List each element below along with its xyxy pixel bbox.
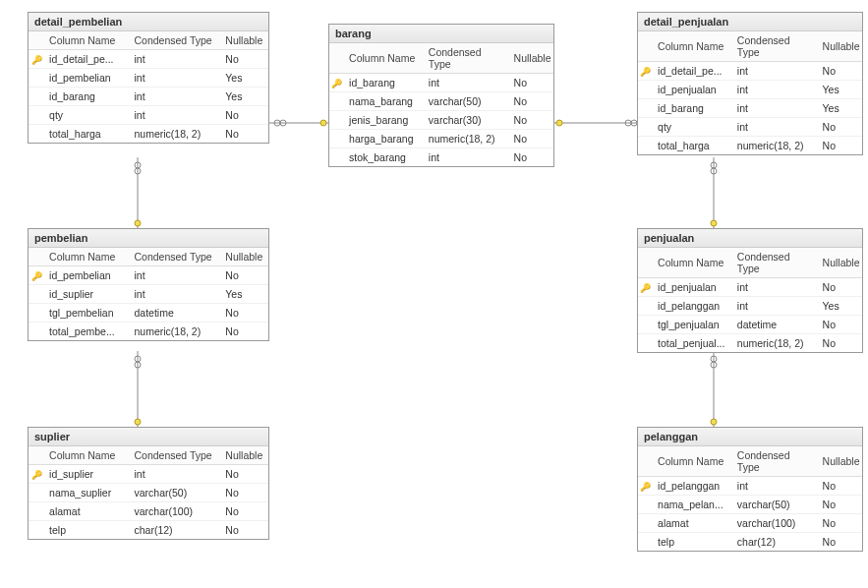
table-row[interactable]: total_harganumeric(18, 2)No	[638, 137, 862, 155]
table-row[interactable]: 🔑id_suplierintNo	[29, 465, 268, 484]
table-row[interactable]: qtyintNo	[638, 118, 862, 137]
pk-cell: 🔑	[638, 477, 652, 496]
table-row[interactable]: nama_barangvarchar(50)No	[329, 92, 553, 111]
table-row[interactable]: 🔑id_detail_pe...intNo	[638, 62, 862, 81]
column-type: int	[423, 74, 508, 92]
column-header[interactable]: Condensed Type	[128, 248, 219, 266]
column-name: stok_barang	[343, 148, 423, 167]
table-row[interactable]: id_suplierintYes	[29, 285, 268, 304]
column-header[interactable]: Nullable	[817, 248, 862, 278]
table-row[interactable]: total_pembe...numeric(18, 2)No	[29, 323, 268, 341]
column-header[interactable]: Condensed Type	[731, 446, 817, 477]
column-nullable: No	[219, 125, 268, 144]
table-row[interactable]: id_pelangganintYes	[638, 297, 862, 316]
column-name: tgl_pembelian	[43, 304, 128, 323]
column-header[interactable]: Column Name	[43, 248, 128, 266]
column-type: varchar(30)	[423, 111, 508, 130]
column-nullable: Yes	[219, 69, 268, 88]
column-name: id_detail_pe...	[652, 62, 731, 81]
table-row[interactable]: id_pembelianintYes	[29, 69, 268, 88]
table-row[interactable]: 🔑id_detail_pe...intNo	[29, 50, 268, 69]
column-name: alamat	[652, 514, 731, 533]
column-header[interactable]: Condensed Type	[423, 43, 508, 74]
column-type: int	[128, 69, 219, 88]
entity-pelanggan[interactable]: pelangganColumn NameCondensed TypeNullab…	[637, 427, 863, 552]
entity-title[interactable]: detail_pembelian	[29, 13, 268, 31]
column-header[interactable]: Column Name	[652, 31, 731, 62]
table-row[interactable]: 🔑id_barangintNo	[329, 74, 553, 92]
column-header[interactable]: Nullable	[219, 446, 268, 465]
svg-point-3	[556, 120, 562, 126]
table-row[interactable]: qtyintNo	[29, 106, 268, 125]
pk-cell	[638, 137, 652, 155]
column-header[interactable]: Condensed Type	[128, 446, 219, 465]
table-row[interactable]: id_penjualanintYes	[638, 81, 862, 99]
pk-cell	[638, 316, 652, 334]
table-row[interactable]: stok_barangintNo	[329, 148, 553, 167]
column-header[interactable]: Condensed Type	[128, 31, 219, 50]
column-type: numeric(18, 2)	[731, 137, 817, 155]
column-name: total_harga	[652, 137, 731, 155]
table-row[interactable]: tgl_penjualandatetimeNo	[638, 316, 862, 334]
column-header[interactable]: Column Name	[343, 43, 423, 74]
table-row[interactable]: total_penjual...numeric(18, 2)No	[638, 334, 862, 353]
column-type: varchar(100)	[128, 502, 219, 521]
entity-title[interactable]: pelanggan	[638, 428, 862, 446]
column-header[interactable]: Condensed Type	[731, 31, 817, 62]
pk-cell: 🔑	[29, 465, 43, 484]
column-type: numeric(18, 2)	[128, 323, 219, 341]
column-name: id_barang	[343, 74, 423, 92]
table-row[interactable]: 🔑id_pelangganintNo	[638, 477, 862, 496]
table-row[interactable]: tgl_pembeliandatetimeNo	[29, 304, 268, 323]
pk-cell	[29, 106, 43, 125]
column-header[interactable]: Nullable	[219, 31, 268, 50]
table-row[interactable]: id_barangintYes	[29, 88, 268, 106]
column-header[interactable]: Column Name	[652, 446, 731, 477]
pk-cell: 🔑	[329, 74, 343, 92]
table-row[interactable]: alamatvarchar(100)No	[638, 514, 862, 533]
column-header[interactable]: Column Name	[43, 31, 128, 50]
pk-cell	[638, 297, 652, 316]
column-header[interactable]: Column Name	[43, 446, 128, 465]
column-header[interactable]: Nullable	[817, 31, 862, 62]
entity-title[interactable]: barang	[329, 25, 553, 43]
column-header[interactable]: Nullable	[508, 43, 553, 74]
table-row[interactable]: 🔑id_penjualanintNo	[638, 278, 862, 297]
column-name: nama_barang	[343, 92, 423, 111]
column-type: varchar(50)	[423, 92, 508, 111]
table-row[interactable]: nama_pelan...varchar(50)No	[638, 496, 862, 514]
column-type: datetime	[128, 304, 219, 323]
entity-penjualan[interactable]: penjualanColumn NameCondensed TypeNullab…	[637, 228, 863, 353]
entity-title[interactable]: penjualan	[638, 229, 862, 248]
entity-title[interactable]: suplier	[29, 428, 268, 446]
pk-cell	[29, 323, 43, 341]
entity-pembelian[interactable]: pembelianColumn NameCondensed TypeNullab…	[28, 228, 269, 341]
table-row[interactable]: nama_supliervarchar(50)No	[29, 484, 268, 502]
table-row[interactable]: id_barangintYes	[638, 99, 862, 118]
column-type: int	[128, 50, 219, 69]
table-row[interactable]: telpchar(12)No	[29, 521, 268, 540]
table-row[interactable]: total_harganumeric(18, 2)No	[29, 125, 268, 144]
column-type: numeric(18, 2)	[128, 125, 219, 144]
column-name: total_harga	[43, 125, 128, 144]
table-row[interactable]: alamatvarchar(100)No	[29, 502, 268, 521]
entity-barang[interactable]: barangColumn NameCondensed TypeNullable🔑…	[328, 24, 554, 167]
table-row[interactable]: telpchar(12)No	[638, 533, 862, 552]
table-row[interactable]: 🔑id_pembelianintNo	[29, 266, 268, 285]
pk-cell	[29, 69, 43, 88]
column-nullable: No	[219, 106, 268, 125]
table-row[interactable]: harga_barangnumeric(18, 2)No	[329, 130, 553, 148]
column-nullable: Yes	[219, 285, 268, 304]
pk-cell	[29, 304, 43, 323]
column-header[interactable]: Column Name	[652, 248, 731, 278]
entity-suplier[interactable]: suplierColumn NameCondensed TypeNullable…	[28, 427, 269, 540]
column-header[interactable]: Nullable	[219, 248, 268, 266]
entity-detail-penjualan[interactable]: detail_penjualanColumn NameCondensed Typ…	[637, 12, 863, 155]
entity-title[interactable]: detail_penjualan	[638, 13, 862, 31]
column-header[interactable]: Condensed Type	[731, 248, 817, 278]
entity-title[interactable]: pembelian	[29, 229, 268, 248]
table-row[interactable]: jenis_barangvarchar(30)No	[329, 111, 553, 130]
entity-detail-pembelian[interactable]: detail_pembelianColumn NameCondensed Typ…	[28, 12, 269, 144]
column-header[interactable]: Nullable	[817, 446, 862, 477]
column-name: nama_suplier	[43, 484, 128, 502]
